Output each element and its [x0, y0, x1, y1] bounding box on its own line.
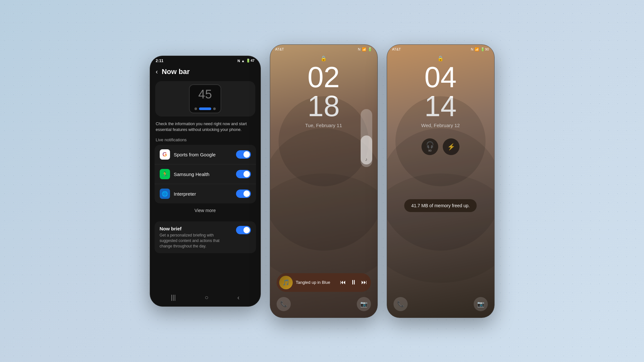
circle-3b [387, 173, 494, 283]
media-controls: ⏮ ⏸ ⏭ [340, 279, 367, 286]
battery-icon: 🔋 [368, 47, 372, 51]
volume-slider-inner: ♪ [361, 135, 372, 164]
phone-lock-screen-2: AT&T N 📶 🔋90 🔒 04 14 Wed, February 12 🎧 … [387, 44, 495, 318]
lock-time-minute-2: 14 [424, 92, 457, 121]
phone-shortcut-button-2[interactable]: 📞 [393, 297, 408, 311]
toggle-thumb-sports [243, 151, 250, 158]
lock-icon: 🔒 [320, 55, 327, 61]
wifi-icon-2: 📶 [475, 47, 479, 51]
notification-icon: N [237, 59, 240, 63]
bottom-nav: ||| ○ ‹ [150, 290, 260, 306]
status-icons: N ▲ 🔋47 [237, 59, 254, 63]
description-text: Check the information you need right now… [156, 121, 255, 133]
back-button[interactable]: ‹ [156, 68, 158, 75]
google-icon: G [160, 149, 170, 160]
lock-screen-bottom: 🎵 Tangled up in Blue ⏮ ⏸ ⏭ 📞 📷 [270, 273, 377, 318]
header-bar: ‹ Now bar [150, 64, 260, 79]
lock-time-minute: 18 [308, 92, 340, 121]
notif-item-sports: G Sports from Google [155, 145, 256, 164]
lock-shortcuts-2: 📞 📷 [393, 297, 488, 311]
preview-dots [194, 107, 216, 110]
nav-back-icon[interactable]: ‹ [237, 294, 240, 301]
volume-slider[interactable]: ♪ [361, 109, 372, 167]
preview-card: 45 [155, 81, 255, 116]
notif-item-health: 🏃 Samsung Health [155, 164, 256, 184]
nfc-icon: N [358, 47, 361, 51]
battery-icon: 🔋47 [246, 59, 254, 63]
interpreter-icon: 🌐 [160, 189, 170, 199]
phone-settings: 2:11 N ▲ 🔋47 ‹ Now bar 45 Check the info… [150, 56, 261, 307]
page-title: Now bar [162, 68, 190, 76]
lock-status-bar: AT&T N 📶 🔋 [270, 45, 377, 53]
toggle-thumb-interpreter [243, 190, 250, 197]
media-player: 🎵 Tangled up in Blue ⏮ ⏸ ⏭ [277, 273, 371, 292]
status-right-icons-2: N 📶 🔋90 [471, 47, 489, 51]
headphone-badge: 90 [428, 149, 431, 152]
view-more-button[interactable]: View more [150, 203, 260, 218]
toggle-now-brief[interactable] [236, 226, 251, 234]
toggle-sports[interactable] [236, 150, 251, 159]
dot-left [194, 107, 197, 110]
toggle-thumb-health [243, 171, 250, 177]
dot-right [213, 107, 216, 110]
status-bar: 2:11 N ▲ 🔋47 [150, 56, 260, 64]
toggle-thumb-now-brief [243, 227, 250, 233]
notif-item-interpreter: 🌐 Interpreter [155, 184, 256, 203]
now-brief-text: Now brief Get a personalized briefing wi… [160, 226, 232, 249]
phone-shortcut-button[interactable]: 📞 [277, 297, 291, 311]
nav-menu-icon[interactable]: ||| [171, 294, 176, 301]
next-button[interactable]: ⏭ [361, 279, 367, 286]
status-time: 2:11 [156, 59, 164, 63]
lock2-shortcuts-top: 🎧 90 ⚡ [421, 138, 459, 155]
live-notifications-label: Live notifications [156, 137, 255, 142]
lock-screen-bottom-2: 📞 📷 [387, 297, 494, 318]
circle-3 [270, 173, 377, 283]
phone-lock-screen-1: AT&T N 📶 🔋 🔒 02 18 Tue, February 11 ♪ 🎵 … [270, 44, 378, 318]
lock-date: Tue, February 11 [305, 123, 342, 128]
notif-label-health: Samsung Health [174, 172, 232, 177]
notif-label-sports: Sports from Google [174, 152, 232, 157]
notif-label-interpreter: Interpreter [174, 191, 232, 197]
toggle-interpreter[interactable] [236, 190, 251, 198]
media-song-title: Tangled up in Blue [296, 280, 337, 285]
lock-status-bar-2: AT&T N 📶 🔋90 [387, 45, 494, 53]
battery-icon-2: 🔋90 [480, 47, 489, 51]
signal-icon: ▲ [241, 59, 245, 63]
toggle-health[interactable] [236, 170, 251, 178]
wifi-icon: 📶 [362, 47, 366, 51]
carrier-label-2: AT&T [392, 47, 401, 51]
volume-icon: ♪ [365, 157, 367, 162]
carrier-label: AT&T [275, 47, 284, 51]
memory-freed-toast: 41.7 MB of memory freed up. [404, 199, 477, 212]
camera-shortcut-button-2[interactable]: 📷 [474, 297, 488, 311]
clean-icon: ⚡ [447, 143, 455, 151]
nav-home-icon[interactable]: ○ [204, 294, 208, 301]
lock-date-2: Wed, February 12 [421, 123, 460, 128]
lock-time-hour: 02 [308, 63, 340, 92]
lock-icon-2: 🔒 [437, 55, 444, 61]
samsung-health-icon: 🏃 [160, 169, 170, 179]
camera-shortcut-button[interactable]: 📷 [357, 297, 371, 311]
now-brief-description: Get a personalized briefing with suggest… [160, 233, 232, 249]
lock-time-hour-2: 04 [424, 63, 457, 92]
clean-shortcut[interactable]: ⚡ [443, 138, 459, 155]
dot-center-pill [199, 107, 211, 110]
pause-button[interactable]: ⏸ [350, 279, 357, 286]
now-brief-title: Now brief [160, 226, 232, 231]
preview-phone-mock: 45 [189, 84, 221, 113]
headphone-icon: 🎧 [426, 141, 434, 149]
prev-button[interactable]: ⏮ [340, 279, 346, 286]
preview-number: 45 [198, 88, 212, 101]
notifications-list: G Sports from Google 🏃 Samsung Health 🌐 … [155, 145, 256, 203]
media-album-art: 🎵 [279, 276, 293, 289]
lock-shortcuts: 📞 📷 [277, 297, 371, 311]
now-brief-card: Now brief Get a personalized briefing wi… [155, 221, 256, 253]
headphone-shortcut[interactable]: 🎧 90 [421, 138, 438, 155]
nfc-icon-2: N [471, 47, 473, 51]
status-right-icons: N 📶 🔋 [358, 47, 372, 51]
